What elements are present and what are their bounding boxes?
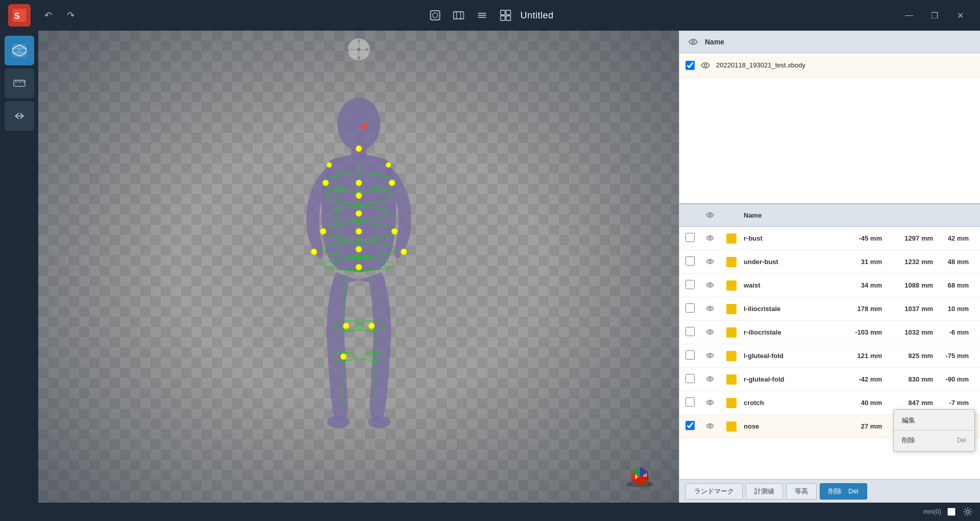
row-checkbox[interactable] [685, 280, 695, 289]
svg-point-40 [389, 180, 395, 186]
viewport[interactable]: T B L R [38, 31, 679, 503]
left-sidebar [0, 31, 38, 503]
tab-delete[interactable]: 削除 Del [820, 483, 867, 500]
svg-point-21 [327, 416, 350, 428]
row-eye[interactable] [706, 398, 721, 408]
row-checkbox-cell[interactable] [685, 374, 701, 385]
row-checkbox-cell[interactable] [685, 421, 701, 432]
row-checkbox-cell[interactable] [685, 327, 701, 338]
right-panel: Name 20220118_193021_test.xbody [679, 31, 980, 503]
sidebar-btn-view3d[interactable] [5, 36, 34, 65]
icon-btn-1[interactable] [426, 7, 444, 24]
row-v3: -90 mm [938, 375, 974, 383]
top-item-eye[interactable] [700, 60, 711, 71]
tab-contour[interactable]: 等高 [786, 483, 817, 500]
row-checkbox[interactable] [685, 233, 695, 242]
row-checkbox-cell[interactable] [685, 233, 701, 244]
row-eye[interactable] [706, 351, 721, 361]
top-item-checkbox[interactable] [685, 61, 695, 70]
row-checkbox-cell[interactable] [685, 303, 701, 315]
row-name: l-iliocristale [744, 305, 836, 313]
row-v1: 178 mm [841, 305, 882, 313]
minimize-button[interactable]: — [897, 6, 921, 25]
row-checkbox[interactable] [685, 397, 695, 407]
row-color [726, 351, 739, 361]
row-checkbox-cell[interactable] [685, 350, 701, 362]
title-bar-actions: ↶ ↷ [39, 6, 80, 25]
col-eye-header [706, 211, 721, 220]
row-checkbox-cell[interactable] [685, 256, 701, 268]
window-title: Untitled [520, 10, 553, 21]
panel-top-body: 20220118_193021_test.xbody [679, 53, 980, 203]
row-checkbox[interactable] [685, 421, 695, 430]
row-v1: -103 mm [841, 328, 882, 336]
panel-top-title: Name [705, 38, 724, 46]
svg-text:L: L [348, 48, 350, 52]
row-eye[interactable] [706, 422, 721, 431]
row-eye[interactable] [706, 257, 721, 267]
row-v3: 10 mm [938, 305, 974, 313]
sidebar-btn-compare[interactable] [5, 101, 34, 131]
panel-top: Name 20220118_193021_test.xbody [679, 31, 980, 204]
viewport-compass[interactable]: T B L R [346, 37, 372, 62]
row-checkbox[interactable] [685, 350, 695, 360]
row-checkbox-cell[interactable] [685, 397, 701, 409]
row-eye[interactable] [706, 328, 721, 337]
row-name: r-iliocristale [744, 328, 836, 336]
row-checkbox-cell[interactable] [685, 280, 701, 291]
panel-eye-icon [688, 36, 699, 48]
row-v2: 1032 mm [887, 328, 933, 336]
context-menu-edit[interactable]: 編集 [894, 412, 974, 429]
row-checkbox[interactable] [685, 303, 695, 313]
row-eye[interactable] [706, 375, 721, 384]
svg-point-55 [327, 162, 332, 168]
svg-point-76 [709, 401, 711, 403]
svg-point-69 [709, 236, 711, 239]
table-row[interactable]: l-iliocristale 178 mm 1037 mm 10 mm [679, 297, 980, 321]
top-item-name: 20220118_193021_test.xbody [716, 61, 805, 69]
svg-point-42 [356, 193, 362, 199]
row-eye[interactable] [706, 304, 721, 314]
tab-landmark[interactable]: ランドマーク [685, 483, 743, 500]
svg-point-74 [709, 354, 711, 356]
table-row[interactable]: l-gluteal-fold 121 mm 825 mm -75 mm [679, 344, 980, 368]
svg-point-70 [709, 260, 711, 262]
status-settings-icon[interactable] [962, 506, 974, 518]
status-checkbox[interactable] [947, 508, 955, 516]
table-row[interactable]: under-bust 31 mm 1232 mm 48 mm [679, 250, 980, 274]
body-figure [287, 81, 430, 438]
icon-btn-4[interactable] [497, 7, 514, 24]
panel-top-header: Name [679, 31, 980, 53]
close-button[interactable]: ✕ [948, 6, 972, 25]
row-checkbox[interactable] [685, 256, 695, 266]
top-panel-item[interactable]: 20220118_193021_test.xbody [679, 53, 980, 78]
row-name: r-gluteal-fold [744, 375, 836, 383]
context-menu-divider [894, 430, 974, 431]
icon-btn-3[interactable] [473, 7, 491, 24]
table-row[interactable]: r-gluteal-fold -42 mm 830 mm -90 mm [679, 368, 980, 391]
row-v1: 40 mm [841, 399, 882, 407]
row-v2: 1297 mm [887, 234, 933, 242]
icon-btn-2[interactable] [450, 7, 467, 24]
nav-cube[interactable]: F R [622, 451, 658, 487]
context-menu-delete[interactable]: 削除 Del [894, 432, 974, 449]
svg-point-78 [966, 510, 969, 513]
row-checkbox[interactable] [685, 327, 695, 336]
sidebar-btn-measure[interactable] [5, 68, 34, 98]
table-row[interactable]: r-bust -45 mm 1297 mm 42 mm [679, 227, 980, 250]
svg-point-67 [704, 64, 707, 66]
tab-measurement[interactable]: 計測値 [746, 483, 783, 500]
undo-button[interactable]: ↶ [39, 6, 57, 25]
row-checkbox[interactable] [685, 374, 695, 383]
svg-rect-7 [500, 16, 505, 20]
row-v3: 42 mm [938, 234, 974, 242]
svg-text:R: R [365, 48, 369, 52]
table-row[interactable]: r-iliocristale -103 mm 1032 mm -6 mm [679, 321, 980, 344]
maximize-button[interactable]: ❐ [923, 6, 946, 25]
row-eye[interactable] [706, 281, 721, 290]
redo-button[interactable]: ↷ [61, 6, 80, 25]
row-eye[interactable] [706, 234, 721, 243]
svg-point-44 [356, 228, 362, 234]
table-row[interactable]: waist 34 mm 1088 mm 68 mm [679, 274, 980, 297]
row-name: crotch [744, 399, 836, 407]
